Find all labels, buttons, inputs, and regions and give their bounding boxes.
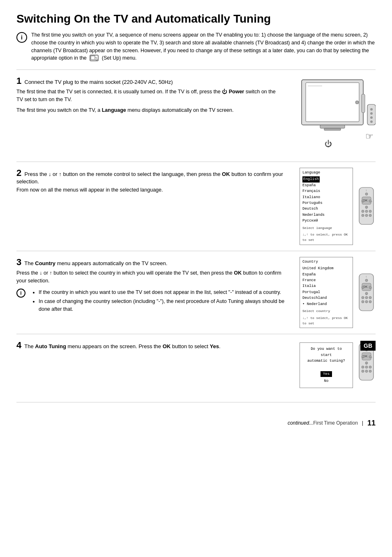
remote-step3: OK ↑ ↓ ← → (357, 273, 376, 312)
svg-rect-8 (324, 128, 341, 130)
svg-point-11 (370, 112, 373, 115)
footer-separator (16, 402, 376, 402)
step-1-right: ☞ ⏻ (289, 76, 376, 156)
continued-text: continued... (16, 420, 313, 426)
step-1-para-1: The first time that the TV set is connec… (16, 88, 281, 104)
intro-box: i The first time you switch on your TV, … (16, 31, 376, 62)
svg-point-45 (362, 300, 364, 303)
country-menu-title: Country (302, 259, 350, 265)
country-menu-instruction2: ↓,↑ to select, press OK to set (302, 316, 350, 326)
svg-point-30 (369, 214, 371, 217)
svg-point-42 (362, 296, 364, 299)
step-2-left: 2 Press the ↓ or ↑ button on the remote … (16, 168, 291, 245)
language-item-francais: Français (302, 188, 350, 194)
svg-point-47 (369, 300, 371, 303)
page-title: Switching On the TV and Automatically Tu… (16, 12, 376, 25)
step-3-para-1: Press the ↓ or ↑ button to select the co… (16, 269, 291, 285)
svg-point-27 (369, 210, 371, 213)
page-number: 11 (367, 419, 376, 428)
country-item-spain: España (302, 272, 350, 277)
svg-text:←: ← (361, 356, 364, 359)
step-1-heading: 1 Connect the TV plug to the mains socke… (16, 76, 281, 86)
language-item-russian: Русский (302, 218, 350, 224)
svg-point-10 (370, 108, 373, 111)
intro-text: The first time you switch on your TV, a … (31, 31, 376, 62)
page-separator: | (362, 420, 363, 426)
step-1-text: The first time that the TV set is connec… (16, 88, 281, 114)
step-4-right: Do you want to start automatic tuning? Y… (300, 340, 376, 388)
svg-point-38 (365, 279, 368, 282)
language-item-espanol: España (302, 183, 350, 188)
step-3-note-item-2: In case of changing the country selectio… (39, 298, 291, 313)
svg-point-12 (370, 116, 373, 119)
language-menu-title: Language (302, 170, 350, 176)
auto-tune-no: No (304, 378, 348, 384)
gb-badge-step4: GB (360, 342, 376, 349)
svg-rect-1 (91, 56, 95, 60)
language-item-deutsch: Deutsch (302, 206, 350, 212)
svg-point-63 (365, 370, 368, 372)
step-2-para-1: From now on all the menus will appear in… (16, 186, 291, 194)
step-3-right: Country United Kingdom España France Ita… (300, 257, 376, 328)
step-1-para-2: The first time you switch on the TV, a L… (16, 106, 281, 114)
svg-point-60 (365, 366, 368, 368)
step-3: 3 The Country menu appears automatically… (16, 251, 376, 334)
svg-text:←: ← (361, 286, 364, 290)
step-3-info-icon: i (16, 289, 25, 298)
country-item-portugal: Portugal (302, 289, 350, 295)
svg-text:↑: ↑ (365, 275, 367, 279)
language-menu: Language English España Français Italian… (300, 168, 353, 245)
country-menu-instruction: Select country (302, 309, 350, 314)
auto-tune-text1: Do you want to start (304, 346, 348, 358)
step-3-text: Press the ↓ or ↑ button to select the co… (16, 269, 291, 285)
page-label: First Time Operation (313, 420, 358, 426)
svg-rect-16 (362, 94, 365, 113)
svg-text:↓: ↓ (365, 206, 367, 210)
language-menu-instruction2: ↓,↑ to select, press OK to set (302, 232, 350, 243)
step-3-left: 3 The Country menu appears automatically… (16, 257, 291, 328)
step-3-note-item-1: If the country in which you want to use … (39, 289, 291, 296)
step-1-main: Connect the TV plug to the mains socket … (23, 79, 173, 85)
svg-point-21 (365, 193, 368, 195)
country-menu: Country United Kingdom España France Ita… (300, 257, 353, 328)
svg-text:←: ← (361, 200, 364, 203)
tv-illustration: ☞ ⏻ (289, 76, 376, 156)
step-3-number: 3 (16, 257, 21, 267)
language-menu-instruction: Select language (302, 226, 350, 231)
step-2-heading: 2 Press the ↓ or ↑ button on the remote … (16, 168, 291, 185)
svg-point-26 (365, 210, 368, 213)
step-3-heading: 3 The Country menu appears automatically… (16, 257, 291, 268)
svg-text:→: → (369, 286, 373, 290)
svg-rect-7 (320, 125, 345, 128)
language-item-english: English (302, 176, 350, 182)
step-4-number: 4 (16, 340, 21, 350)
svg-point-62 (362, 370, 364, 372)
country-item-nederland: • Nederland (302, 301, 350, 307)
step-3-note: i If the country in which you want to us… (16, 289, 291, 315)
step-1-number: 1 (16, 76, 21, 86)
step-1: 1 Connect the TV plug to the mains socke… (16, 69, 376, 162)
auto-tune-menu: Do you want to start automatic tuning? Y… (300, 342, 353, 388)
svg-text:↓: ↓ (365, 292, 367, 296)
svg-point-43 (365, 296, 368, 299)
setup-icon (90, 55, 99, 62)
step-2-text: From now on all the menus will appear in… (16, 186, 291, 194)
svg-point-46 (365, 300, 368, 303)
country-item-uk: United Kingdom (302, 266, 350, 271)
svg-rect-5 (306, 83, 359, 122)
svg-point-64 (369, 370, 371, 372)
svg-point-61 (369, 366, 371, 368)
step-2-main: Press the ↓ or ↑ button on the remote co… (16, 171, 283, 185)
country-item-germany: Deutschland (302, 295, 350, 301)
step-2: 2 Press the ↓ or ↑ button on the remote … (16, 162, 376, 251)
country-item-france: France (302, 277, 350, 283)
svg-text:☞: ☞ (365, 131, 374, 141)
step-2-right: Language English España Français Italian… (300, 168, 376, 245)
svg-text:→: → (369, 356, 373, 359)
svg-text:↑: ↑ (365, 189, 367, 192)
auto-tune-yes: Yes (304, 370, 348, 378)
svg-point-25 (362, 210, 364, 213)
svg-point-2 (96, 59, 97, 60)
svg-point-29 (365, 214, 368, 217)
svg-text:⏻: ⏻ (325, 140, 332, 148)
